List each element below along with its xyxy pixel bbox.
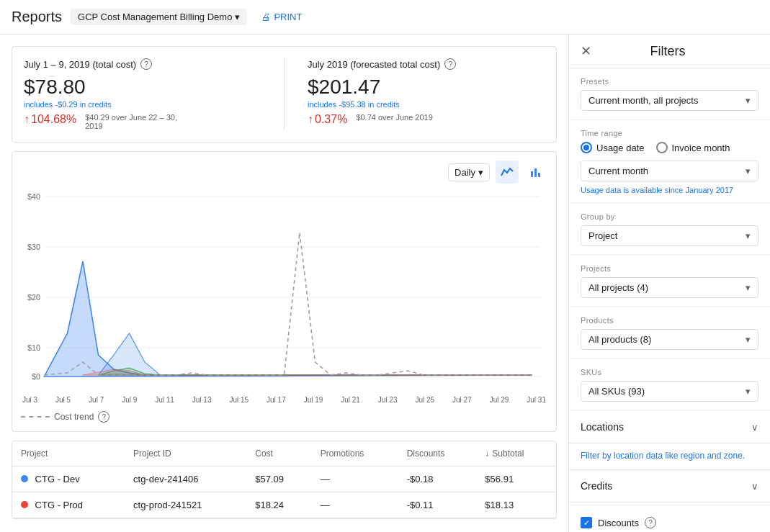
summary-credits-1: includes -$0.29 in credits [24,100,261,109]
summary-change-1: ↑ 104.68% $40.29 over June 22 – 30, 2019 [24,113,261,130]
summary-card-1: July 1 – 9, 2019 (total cost) ? $78.80 i… [24,58,261,130]
current-month-select[interactable]: Current month ▾ [581,161,758,181]
cell-discounts: -$0.11 [398,492,477,518]
credits-expandable[interactable]: Credits ∨ [569,470,770,502]
products-value: All products (8) [588,334,651,345]
line-chart-btn[interactable] [496,161,519,184]
discounts-row: ✓ Discounts ? [581,517,758,528]
cell-subtotal: $18.13 [476,492,556,518]
skus-section: SKUs All SKUs (93) ▾ [569,359,770,411]
print-icon: 🖨 [261,12,271,22]
group-by-label: Group by [581,212,758,221]
cell-subtotal: $56.91 [476,466,556,492]
radio-unchecked-icon [656,142,668,153]
sort-icon: ↓ [485,448,489,459]
chart-section: Daily ▾ [12,151,557,432]
change-pct-2: ↑ 0.37% [308,113,347,126]
cell-discounts: -$0.18 [398,466,477,492]
locations-link[interactable]: Filter by location data like region and … [581,451,758,461]
radio-checked-icon [581,142,592,153]
products-label: Products [581,316,758,325]
chart-svg: $40 $30 $20 $10 $0 [21,189,547,391]
svg-rect-2 [538,173,540,177]
group-by-select[interactable]: Project ▾ [581,225,758,246]
chevron-down-icon: ∨ [751,422,758,433]
change-desc-2: $0.74 over June 2019 [356,113,432,122]
col-project: Project [12,441,125,466]
skus-select[interactable]: All SKUs (93) ▾ [581,381,758,402]
projects-section: Projects All projects (4) ▾ [569,256,770,307]
projects-label: Projects [581,264,758,273]
chevron-down-icon: ▾ [746,95,751,106]
bar-chart-icon [529,166,542,179]
info-icon-2[interactable]: ? [444,58,456,70]
checkmark-icon: ✓ [583,518,590,528]
discounts-checkbox[interactable]: ✓ [581,517,592,528]
page-title: Reports [12,9,62,25]
project-dot [21,475,28,482]
chart-x-labels: Jul 3 Jul 5 Jul 7 Jul 9 Jul 11 Jul 13 Ju… [21,396,547,404]
filters-title: Filters [650,44,686,59]
chevron-down-icon: ▾ [746,230,751,241]
usage-date-radio[interactable]: Usage date [581,142,645,153]
cell-project: CTG - Dev [12,466,125,492]
cost-trend-label: Cost trend [54,412,94,422]
col-discounts: Discounts [398,441,477,466]
chevron-down-icon: ▾ [746,334,751,345]
locations-title: Locations [581,421,624,433]
data-table: Project Project ID Cost Promotions Disco… [12,441,557,519]
filters-panel: ✕ Filters Presets Current month, all pro… [568,35,770,532]
info-icon-1[interactable]: ? [140,58,152,70]
cell-promotions: — [312,466,398,492]
info-icon-trend[interactable]: ? [98,411,109,423]
svg-text:$0: $0 [32,373,40,381]
summary-card-2-title: July 2019 (forecasted total cost) ? [308,58,545,70]
presets-select[interactable]: Current month, all projects ▾ [581,90,758,111]
chevron-down-icon: ▾ [746,166,751,176]
svg-marker-14 [99,333,532,375]
chevron-down-icon: ▾ [746,282,751,293]
skus-label: SKUs [581,368,758,377]
project-dot [21,501,28,508]
cell-project: CTG - Prod [12,492,125,518]
locations-expandable[interactable]: Locations ∨ [569,411,770,443]
chevron-down-icon: ▾ [478,167,483,178]
skus-value: All SKUs (93) [588,386,645,397]
svg-text:$10: $10 [27,344,40,352]
usage-date-label: Usage date [596,143,645,153]
line-chart-icon [501,166,514,179]
summary-amount-1: $78.80 [24,76,261,99]
products-section: Products All products (8) ▾ [569,307,770,359]
project-selector[interactable]: GCP Cost Management Billing Demo ▾ [71,9,247,25]
info-icon-discounts[interactable]: ? [645,517,656,528]
products-select[interactable]: All products (8) ▾ [581,329,758,350]
svg-rect-1 [534,168,537,177]
locations-content: Filter by location data like region and … [569,443,770,470]
time-range-label: Time range [581,129,758,137]
cost-table: Project Project ID Cost Promotions Disco… [12,441,556,518]
summary-cards: July 1 – 9, 2019 (total cost) ? $78.80 i… [12,46,557,143]
table-row: CTG - Prod ctg-prod-241521 $18.24 — -$0.… [12,492,556,518]
chevron-down-icon: ▾ [235,12,240,22]
chevron-down-icon: ∨ [751,481,758,492]
credits-content: ✓ Discounts ? [569,502,770,532]
cell-project-id: ctg-dev-241406 [125,466,246,492]
cost-trend-legend: Cost trend ? [21,411,547,423]
bar-chart-btn[interactable] [524,161,547,184]
summary-card-2: July 2019 (forecasted total cost) ? $201… [308,58,545,130]
cell-promotions: — [312,492,398,518]
discounts-label: Discounts [598,518,639,528]
chart-controls: Daily ▾ [21,161,547,184]
granularity-select[interactable]: Daily ▾ [448,163,490,181]
main-content: July 1 – 9, 2019 (total cost) ? $78.80 i… [0,35,770,532]
invoice-month-radio[interactable]: Invoice month [656,142,730,153]
table-row: CTG - Dev ctg-dev-241406 $57.09 — -$0.18… [12,466,556,492]
projects-select[interactable]: All projects (4) ▾ [581,277,758,298]
dashed-line-icon [21,416,50,418]
credits-title: Credits [581,480,612,492]
time-range-radio-group: Usage date Invoice month [581,142,758,153]
close-button[interactable]: ✕ [581,43,591,59]
print-button[interactable]: 🖨 PRINT [261,12,302,22]
group-by-section: Group by Project ▾ [569,204,770,256]
presets-section: Presets Current month, all projects ▾ [569,68,770,120]
